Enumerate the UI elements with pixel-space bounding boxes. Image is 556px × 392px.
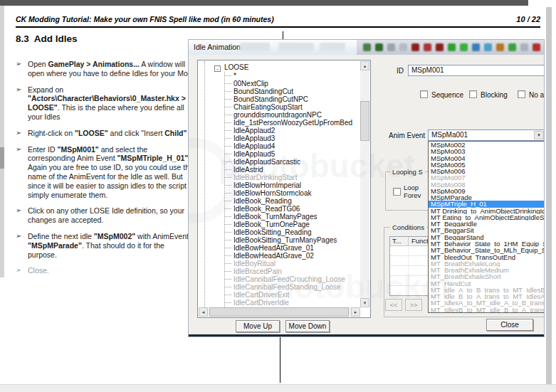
scroll-up-icon[interactable]: ▲ — [360, 61, 369, 70]
tree-item[interactable]: 00NextClip — [225, 80, 360, 88]
combo-dropdown-icon[interactable]: ▼ — [534, 131, 544, 139]
tree-item[interactable]: IdleApplaud2 — [225, 127, 360, 134]
tree-item[interactable]: IdleApplaud5 — [225, 150, 360, 158]
anim-event-combobox[interactable]: MSpMa001 ▼ — [428, 129, 545, 141]
toolbar-icon[interactable] — [436, 43, 444, 51]
left-scrollbar[interactable] — [0, 6, 4, 277]
toolbar-icon[interactable] — [375, 43, 383, 51]
dropdown-item[interactable]: MSpMParade — [429, 194, 544, 201]
toolbar-icon[interactable] — [472, 43, 480, 51]
tree-collapse-icon[interactable]: - — [214, 65, 221, 72]
conditions-next-button[interactable]: >> — [405, 299, 422, 311]
tree-item[interactable]: BoundStandingCut — [225, 88, 360, 95]
idle-tree[interactable]: -LOOSE *00NextClipBoundStandingCutBoundS… — [197, 60, 371, 318]
toolbar-icon[interactable] — [424, 43, 431, 51]
left-scrollbar-thumb[interactable] — [0, 147, 4, 169]
toolbar-icon[interactable] — [411, 43, 419, 51]
tree-item[interactable]: IdleCartDriverExit — [225, 291, 360, 299]
tree-item[interactable]: IdleBookSitting_TurnManyPages — [225, 236, 360, 244]
tree-item[interactable]: IdleBook_ReadTG06 — [225, 205, 360, 213]
dropdown-item[interactable]: MT_idle_B_to_A_trans_to_MT_IdlesA — [429, 293, 544, 300]
tree-item[interactable]: IdleCannibalFeedCrouching_Loose — [225, 275, 360, 283]
dropdown-item[interactable]: MT Drinking_to_AnimObjectDrinkingIdleSto… — [429, 208, 544, 214]
tree-item[interactable]: IdleBlowHornStormcloak — [225, 189, 360, 197]
dropdown-item[interactable]: MT_Behavior_State_to_1HM_Equip_State00 — [429, 240, 544, 247]
toolbar-icon[interactable] — [363, 43, 371, 51]
tree-item[interactable]: IdleAstrid — [225, 166, 360, 174]
tree-item[interactable]: IdleCartDriverIdle — [225, 299, 360, 307]
toolbar-icon[interactable] — [399, 43, 407, 51]
tree-item[interactable]: IdleBookSitting_Reading — [225, 228, 360, 236]
id-field[interactable]: MSpM001 — [408, 65, 545, 76]
dropdown-item[interactable]: MT_BreathExhaleShort — [429, 273, 544, 280]
dropdown-item[interactable]: MSpMTriple_H_01 — [429, 201, 544, 207]
dropdown-item[interactable]: MT_BreathExhaleLong — [429, 260, 544, 267]
dropdown-item[interactable]: MT_bleedOut_TransOutEnd — [429, 254, 544, 260]
tree-item[interactable]: IdleBowHeadAtGrave_02 — [225, 252, 360, 260]
dropdown-item[interactable]: MSpMo006 — [429, 168, 544, 174]
toolbar-icon[interactable] — [387, 43, 395, 51]
tree-item[interactable]: BoundStandingCutNPC — [225, 95, 360, 103]
dropdown-item[interactable]: MT_IdlesA_to_MT_idle_A_to_B_trans — [429, 300, 544, 306]
tree-item[interactable]: IdleBook_TurnManyPages — [225, 213, 360, 221]
toolbar-icon[interactable] — [508, 43, 516, 51]
scroll-left-icon[interactable]: ◄ — [199, 307, 208, 317]
tree-item[interactable]: IdleBoyRitual — [225, 260, 360, 267]
scroll-right-icon[interactable]: ► — [351, 307, 360, 317]
tree-item[interactable]: IdleBlowHornImperial — [225, 181, 360, 189]
tree-item[interactable]: IdleBook_Reading — [225, 197, 360, 205]
dropdown-item[interactable]: MSpMo008 — [429, 181, 544, 188]
dropdown-item[interactable]: MT Eating_to_AnimObjectEatingIdleStop.hk… — [429, 214, 544, 221]
tree-item[interactable]: IdleBracedPain — [225, 267, 360, 275]
sequence-checkbox[interactable] — [420, 90, 428, 98]
tree-hscroll-thumb[interactable] — [209, 307, 349, 317]
tree-item[interactable]: IdleApplaud3 — [225, 134, 360, 142]
conditions-col-target[interactable]: T... — [390, 237, 409, 245]
tree-root-label[interactable]: LOOSE — [224, 63, 248, 71]
close-button[interactable]: Close — [486, 319, 533, 331]
dropdown-item[interactable]: MT_IdlesB_to_MT_idle_B_to_A_trans — [429, 307, 544, 313]
blocking-checkbox[interactable] — [469, 90, 477, 98]
tree-item[interactable]: * — [225, 72, 360, 80]
dropdown-item[interactable]: MSpMo005 — [429, 161, 544, 168]
toolbar-icon[interactable] — [520, 43, 528, 51]
tree-item[interactable]: IdleCannibalFeedStanding_Loose — [225, 283, 360, 291]
tree-item[interactable]: Idle_1stPersonWoozyGetUpFromBed — [225, 119, 360, 127]
tree-item[interactable]: IdleBowHeadAtGrave_01 — [225, 244, 360, 252]
loop-forever-checkbox[interactable] — [393, 188, 401, 196]
tree-item[interactable]: IdleBarDrinkingStart — [225, 174, 360, 181]
tree-item[interactable]: grounddismountdragonNPC — [225, 111, 360, 119]
toolbar-icon[interactable] — [484, 43, 492, 51]
dropdown-item[interactable]: MSpMo003 — [429, 148, 544, 154]
dropdown-item[interactable]: MSpMo002 — [429, 142, 544, 148]
tree-item[interactable]: ChairEatingSoupStart — [225, 103, 360, 111]
no-attacking-checkbox[interactable] — [518, 90, 525, 98]
dropdown-item[interactable]: MT_BeggarIdle — [429, 221, 544, 227]
toolbar-icon[interactable] — [448, 43, 456, 51]
dropdown-item[interactable]: MT_BeggarStand — [429, 234, 544, 240]
dropdown-item[interactable]: MT_HandCut — [429, 280, 544, 287]
move-down-button[interactable]: Move Down — [285, 320, 330, 332]
move-up-button[interactable]: Move Up — [236, 320, 280, 332]
tree-item[interactable]: IdleApplaud4 — [225, 142, 360, 150]
toolbar-icon[interactable] — [460, 43, 468, 51]
tree-horizontal-scrollbar[interactable]: ◄ ► — [199, 307, 360, 317]
dropdown-item[interactable]: MT_Behavior_State_to_MLh_Equip_State — [429, 247, 544, 253]
dropdown-item[interactable]: MT_BreathExhaleMedium — [429, 267, 544, 273]
dropdown-item[interactable]: MSpMo004 — [429, 155, 544, 161]
dialog-titlebar[interactable]: Idle Animations — [189, 40, 544, 55]
dropdown-item[interactable]: MT_idle_A_to_B_trans_to_MT_IdlesB — [429, 287, 544, 293]
toolbar-icon[interactable] — [496, 43, 504, 51]
scroll-down-icon[interactable]: ▼ — [360, 298, 369, 307]
tree-vscroll-thumb[interactable] — [360, 101, 369, 141]
dropdown-item[interactable]: MSpMo009 — [429, 188, 544, 194]
dropdown-item[interactable]: MT_BeggarSit — [429, 227, 544, 233]
tree-root-row[interactable]: -LOOSE — [214, 63, 360, 72]
tree-vertical-scrollbar[interactable]: ▲ ▼ — [360, 61, 369, 307]
tree-item[interactable]: IdleApplaudSarcastic — [225, 158, 360, 166]
tree-item[interactable]: IdleBook_TurnOnePage — [225, 221, 360, 228]
conditions-prev-button[interactable]: << — [385, 299, 402, 311]
toolbar-icon[interactable] — [533, 43, 540, 51]
dropdown-item[interactable]: MSpMo007 — [429, 174, 544, 181]
anim-event-dropdown-list[interactable]: MSpMo002MSpMo003MSpMo004MSpMo005MSpMo006… — [428, 141, 545, 313]
